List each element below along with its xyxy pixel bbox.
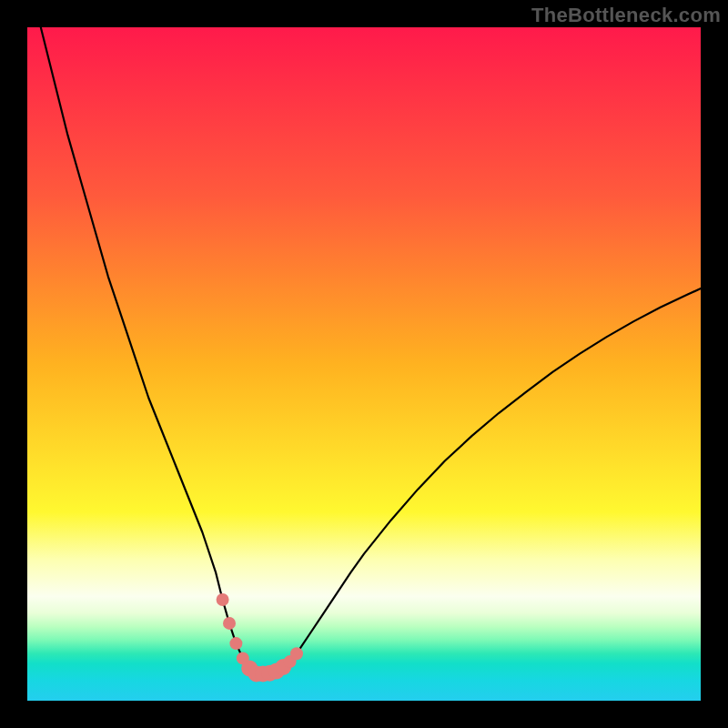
curve-svg xyxy=(27,27,701,701)
marker-point xyxy=(217,593,229,606)
chart-stage: TheBottleneck.com xyxy=(0,0,728,728)
marker-point xyxy=(223,617,236,630)
plot-area xyxy=(27,27,701,701)
attribution-label: TheBottleneck.com xyxy=(531,4,721,27)
marker-point xyxy=(290,647,303,660)
highlight-markers xyxy=(217,593,303,682)
marker-point xyxy=(229,637,242,650)
bottleneck-curve xyxy=(41,27,701,673)
